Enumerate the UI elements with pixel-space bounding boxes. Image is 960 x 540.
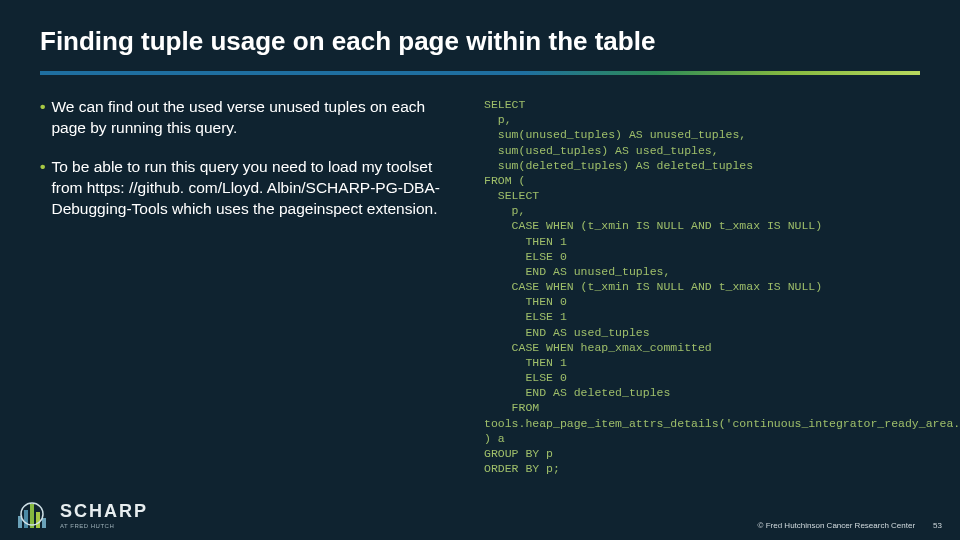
logo-text-wrap: SCHARP AT FRED HUTCH [60, 501, 148, 529]
accent-rule [40, 71, 920, 75]
bullet-column: • We can find out the used verse unused … [40, 97, 450, 476]
bullet-text: To be able to run this query you need to… [51, 157, 450, 220]
brand-logo: SCHARP AT FRED HUTCH [16, 500, 148, 530]
logo-subtext: AT FRED HUTCH [60, 523, 148, 529]
bullet-text: We can find out the used verse unused tu… [51, 97, 450, 139]
slide-title: Finding tuple usage on each page within … [40, 26, 920, 57]
bullet-dot-icon: • [40, 157, 45, 220]
svg-rect-1 [24, 510, 28, 528]
bullet-dot-icon: • [40, 97, 45, 139]
logo-wordmark: SCHARP [60, 501, 148, 522]
svg-rect-3 [36, 512, 40, 528]
footer-page-number: 53 [933, 521, 942, 530]
bullet-item: • We can find out the used verse unused … [40, 97, 450, 139]
bullet-item: • To be able to run this query you need … [40, 157, 450, 220]
sql-code-block: SELECT p, sum(unused_tuples) AS unused_t… [484, 97, 920, 476]
logo-mark-icon [16, 500, 52, 530]
slide: Finding tuple usage on each page within … [0, 0, 960, 476]
code-column: SELECT p, sum(unused_tuples) AS unused_t… [484, 97, 920, 476]
footer-copyright: © Fred Hutchinson Cancer Research Center [758, 521, 916, 530]
content-columns: • We can find out the used verse unused … [40, 97, 920, 476]
svg-rect-4 [42, 518, 46, 528]
footer: © Fred Hutchinson Cancer Research Center… [758, 521, 942, 530]
